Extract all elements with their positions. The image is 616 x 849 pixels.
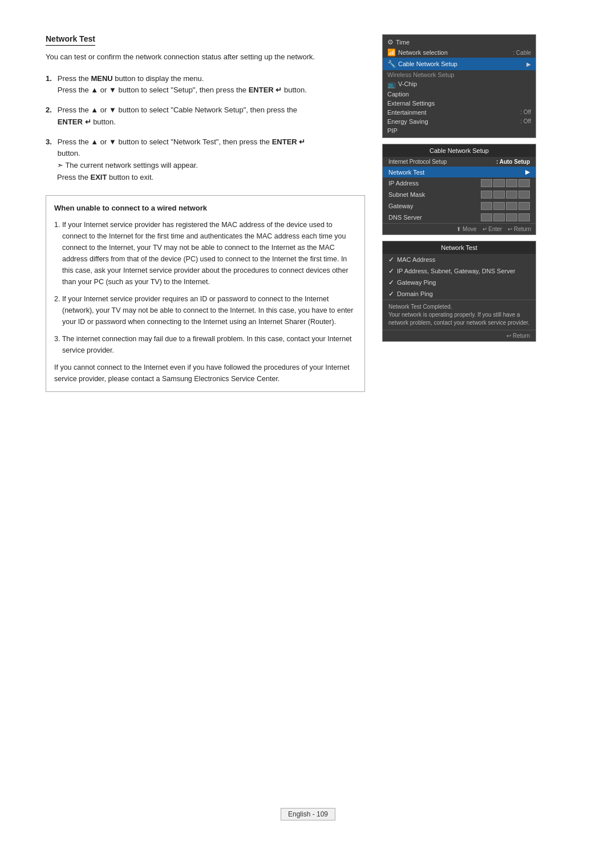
warning-item-2: 2. If your Internet service provider req… xyxy=(54,293,356,328)
step-3-line-2: button. xyxy=(58,148,305,160)
network-test-menu-item[interactable]: Network Test ▶ xyxy=(383,167,536,177)
gateway-label: Gateway xyxy=(388,203,413,209)
ip-address-row: IP Address xyxy=(383,177,536,189)
setup-menu-entertainment-val: : Off xyxy=(520,109,531,116)
ip-box-4 xyxy=(518,179,530,187)
step-3-line-1: Press the ▲ or ▼ button to select "Netwo… xyxy=(58,136,305,148)
step-3: 3. Press the ▲ or ▼ button to select "Ne… xyxy=(46,136,365,184)
nt-return: ↩ Return xyxy=(506,333,530,339)
gateway-box-3 xyxy=(506,202,517,210)
subnet-label: Subnet Mask xyxy=(388,191,425,198)
page-footer: English - 109 xyxy=(0,808,616,820)
ip-box-3 xyxy=(506,179,517,187)
protocol-label: Internet Protocol Setup xyxy=(388,159,447,165)
network-test-label: Network Test xyxy=(388,169,424,176)
ip-box-1 xyxy=(481,179,492,187)
nt-mac-item: ✓ MAC Address xyxy=(383,254,536,265)
step-3-note-1: ➣ The current network settings will appe… xyxy=(57,160,365,172)
gateway-boxes xyxy=(481,202,530,210)
warning-title: When unable to connect to a wired networ… xyxy=(54,203,356,215)
nt-footer: ↩ Return xyxy=(383,330,536,341)
step-2-line-1: Press the ▲ or ▼ button to select "Cable… xyxy=(58,104,297,116)
setup-menu-vchip: V-Chip xyxy=(398,80,417,88)
cable-panel-title: Cable Network Setup xyxy=(429,147,489,154)
section-title: Network Test xyxy=(46,34,365,51)
intro-text: You can test or confirm the network conn… xyxy=(46,51,365,63)
nt-message-text: Network Test Completed.Your network is o… xyxy=(388,304,529,326)
step-2: 2. Press the ▲ or ▼ button to select "Ca… xyxy=(46,104,365,128)
nt-ip-item: ✓ IP Address, Subnet, Gateway, DNS Serve… xyxy=(383,265,536,277)
main-content: Network Test You can test or confirm the… xyxy=(46,34,570,392)
gateway-box-4 xyxy=(518,202,530,210)
right-column: ⚙ Time 📶 Network selection : Cable 🔧 Cab… xyxy=(382,34,542,392)
setup-menu-wireless: Wireless Network Setup xyxy=(387,71,454,78)
nt-domain-item: ✓ Domain Ping xyxy=(383,288,536,300)
gateway-box-2 xyxy=(493,202,505,210)
setup-menu-time: Time xyxy=(396,39,410,46)
nt-title: Network Test xyxy=(441,244,477,251)
step-2-line-2: ENTER ↵ button. xyxy=(58,116,297,128)
network-test-panel: Network Test ✓ MAC Address ✓ IP Address,… xyxy=(382,241,536,342)
dns-box-2 xyxy=(493,213,505,221)
nt-gateway-label: Gateway Ping xyxy=(397,279,436,286)
subnet-box-1 xyxy=(481,191,492,199)
subnet-box-3 xyxy=(506,191,517,199)
subnet-boxes xyxy=(481,191,530,199)
setup-menu-network-value: : Cable xyxy=(513,50,531,56)
cable-footer-enter: ↵ Enter xyxy=(483,226,502,232)
step-2-number: 2. xyxy=(46,104,52,128)
cable-footer: ⬆ Move ↵ Enter ↩ Return xyxy=(383,223,536,235)
dns-box-3 xyxy=(506,213,517,221)
step-1-number: 1. xyxy=(46,73,52,97)
warning-item-1: 1. If your Internet service provider has… xyxy=(54,219,356,288)
step-1-line-2: Press the ▲ or ▼ button to select "Setup… xyxy=(58,84,307,96)
nt-domain-label: Domain Ping xyxy=(397,290,433,297)
warning-box: When unable to connect to a wired networ… xyxy=(46,195,365,392)
step-1-line-1: Press the MENU button to display the men… xyxy=(58,73,307,85)
footer-text: English - 109 xyxy=(281,808,335,820)
warning-item-3: 3. The internet connection may fail due … xyxy=(54,333,356,356)
nt-message: Network Test Completed.Your network is o… xyxy=(383,300,536,330)
nt-mac-check: ✓ xyxy=(388,256,394,264)
cable-panel-header: Cable Network Setup xyxy=(383,144,536,157)
setup-menu-energy: Energy Saving xyxy=(387,118,428,125)
nt-mac-label: MAC Address xyxy=(397,256,435,263)
network-test-arrow: ▶ xyxy=(525,168,530,176)
ip-address-label: IP Address xyxy=(388,180,419,187)
nt-gateway-check: ✓ xyxy=(388,278,394,286)
subnet-box-2 xyxy=(493,191,505,199)
step-3-number: 3. xyxy=(46,136,52,160)
dns-label: DNS Server xyxy=(388,214,422,221)
cable-panel: Cable Network Setup Internet Protocol Se… xyxy=(382,144,536,235)
setup-menu-energy-val: : Off xyxy=(520,118,531,125)
setup-menu-cable-arrow: ▶ xyxy=(526,61,531,67)
dns-box-4 xyxy=(518,213,530,221)
page-container: Network Test You can test or confirm the… xyxy=(0,0,616,849)
setup-menu-network-selection: Network selection xyxy=(398,49,510,56)
protocol-row: Internet Protocol Setup : Auto Setup xyxy=(383,157,536,167)
setup-menu-cable-network: Cable Network Setup xyxy=(398,60,524,67)
section-title-text: Network Test xyxy=(46,34,95,46)
nt-ip-check: ✓ xyxy=(388,267,394,275)
left-column: Network Test You can test or confirm the… xyxy=(46,34,365,392)
nt-ip-label: IP Address, Subnet, Gateway, DNS Server xyxy=(397,268,515,274)
nt-header: Network Test xyxy=(383,241,536,254)
step-3-note-2: Press the EXIT button to exit. xyxy=(57,172,365,184)
nt-gateway-item: ✓ Gateway Ping xyxy=(383,277,536,288)
subnet-row: Subnet Mask xyxy=(383,189,536,200)
protocol-value: : Auto Setup xyxy=(496,159,530,165)
dns-box-1 xyxy=(481,213,492,221)
setup-menu-entertainment: Entertainment xyxy=(387,109,426,116)
setup-menu-external: External Settings xyxy=(387,100,435,107)
gateway-row: Gateway xyxy=(383,200,536,212)
dns-row: DNS Server xyxy=(383,212,536,223)
nt-domain-check: ✓ xyxy=(388,290,394,298)
setup-menu-caption: Caption xyxy=(387,91,409,98)
step-3-notes: ➣ The current network settings will appe… xyxy=(57,160,365,184)
step-1: 1. Press the MENU button to display the … xyxy=(46,73,365,97)
setup-panel: ⚙ Time 📶 Network selection : Cable 🔧 Cab… xyxy=(382,34,536,138)
ip-box-2 xyxy=(493,179,505,187)
cable-footer-return: ↩ Return xyxy=(508,226,531,232)
warning-footer: If you cannot connect to the Internet ev… xyxy=(54,362,356,385)
gateway-box-1 xyxy=(481,202,492,210)
